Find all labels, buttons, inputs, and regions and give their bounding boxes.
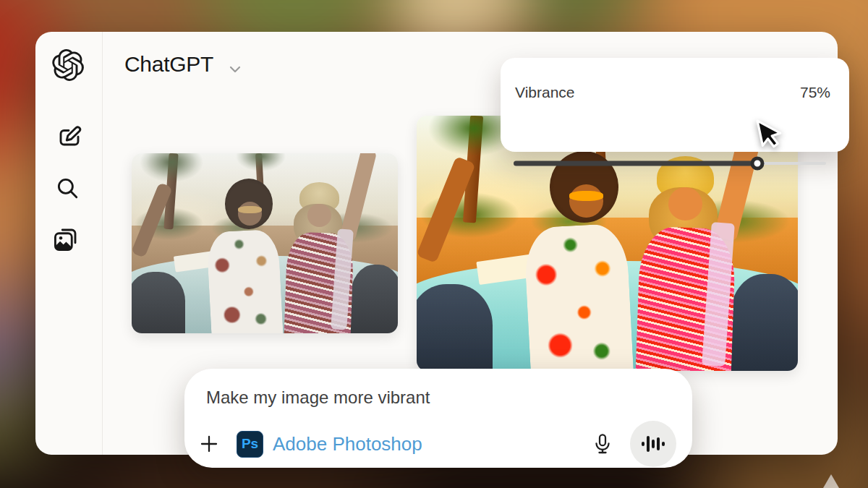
page-title: ChatGPT (124, 52, 213, 77)
search-icon[interactable] (55, 176, 80, 200)
sunglasses (569, 191, 603, 201)
photo-scene (132, 153, 398, 333)
vibrance-label: Vibrance (515, 84, 575, 101)
car-seat (729, 274, 798, 371)
vibrance-value: 75% (800, 84, 830, 101)
vibrance-slider-knob[interactable] (750, 157, 764, 171)
vibrance-slider[interactable] (514, 153, 826, 174)
vibrance-panel: Vibrance 75% (501, 58, 849, 152)
car-seat (132, 272, 185, 333)
woman-left-floral-shirt (523, 223, 634, 371)
woman-left-face (569, 184, 603, 218)
car-seat (417, 284, 493, 371)
woman-left-floral-shirt (206, 229, 284, 333)
microphone-icon[interactable] (591, 432, 614, 455)
vibrance-slider-fill (514, 161, 757, 166)
new-chat-icon[interactable] (56, 123, 82, 149)
photo-scene-muted (132, 153, 398, 333)
woman-left-face (238, 202, 262, 225)
photoshop-plugin-name[interactable]: Adobe Photoshop (273, 433, 422, 455)
openai-logo-icon (52, 49, 84, 81)
library-images-icon[interactable] (52, 226, 80, 253)
car-seat (350, 265, 398, 333)
voice-waveform-icon (641, 433, 665, 455)
sunglasses (238, 206, 262, 213)
woman-right-face (307, 204, 331, 227)
image-before-original (132, 153, 398, 333)
sidebar (35, 32, 103, 455)
screen: ChatGPT (0, 0, 868, 488)
voice-mode-button[interactable] (630, 421, 676, 467)
background-highlight (823, 474, 839, 488)
chevron-down-icon[interactable] (226, 61, 244, 78)
mouse-cursor (752, 114, 790, 155)
photoshop-ps-icon[interactable]: Ps (237, 431, 263, 458)
prompt-text[interactable]: Make my image more vibrant (206, 388, 430, 408)
attach-plus-icon[interactable] (197, 432, 221, 455)
woman-right-face (668, 187, 702, 221)
prompt-composer[interactable]: Make my image more vibrant Ps Adobe Phot… (184, 369, 692, 468)
